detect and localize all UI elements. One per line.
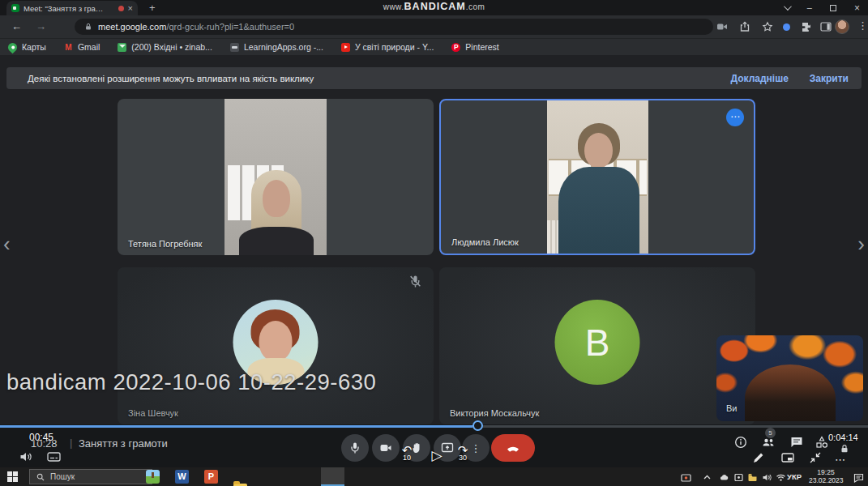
host-controls-lock-icon[interactable]: [840, 442, 849, 452]
divider: |: [70, 437, 72, 449]
meet-favicon-icon: [11, 4, 19, 12]
chat-icon[interactable]: [790, 436, 803, 449]
share-icon[interactable]: [739, 21, 750, 32]
browser-menu-icon[interactable]: ⋮: [857, 19, 868, 32]
extension-dot-icon[interactable]: [783, 23, 790, 31]
tab-title: Meet: "Заняття з грамоти": [24, 4, 108, 13]
player-duration: 0:04:14: [828, 433, 858, 442]
tray-explorer-icon[interactable]: [747, 471, 758, 482]
self-label: Ви: [726, 403, 737, 413]
rewind-10-button[interactable]: ↶10: [396, 446, 417, 462]
close-banner-link[interactable]: Закрити: [810, 73, 849, 84]
end-call-button[interactable]: [491, 434, 535, 462]
forward-30-button[interactable]: ↷30: [452, 446, 473, 462]
exit-fullscreen-icon[interactable]: [809, 451, 822, 464]
player-more-icon[interactable]: ⋯: [835, 454, 848, 467]
tab-close-icon[interactable]: ×: [128, 4, 133, 13]
maps-pin-icon: [6, 40, 19, 53]
participant-count-badge: 5: [765, 428, 776, 438]
bookmark-maps[interactable]: Карты: [8, 42, 46, 52]
bookmark-pinterest[interactable]: PPinterest: [451, 42, 498, 52]
forward-button[interactable]: →: [36, 20, 46, 32]
window-controls: – ×: [784, 0, 860, 15]
taskbar-clock[interactable]: 19:25 23.02.2023: [809, 468, 843, 484]
participant-tile-3[interactable]: Зіна Шевчук: [118, 267, 434, 424]
avatar-letter: B: [585, 321, 610, 364]
tray-bandicam-icon[interactable]: [681, 471, 691, 482]
tray-chevron-up-icon[interactable]: [702, 471, 712, 482]
active-app-highlight: [321, 467, 344, 486]
participant-tile-2-active-speaker[interactable]: ⋯ Людмила Лисюк: [439, 99, 755, 255]
meeting-details-icon[interactable]: [734, 436, 747, 449]
start-button[interactable]: [7, 471, 18, 482]
bookmark-gmail[interactable]: MGmail: [64, 42, 100, 52]
participant-tile-4[interactable]: B Виктория Москальчук: [439, 267, 755, 424]
participant-name: Тетяна Погребняк: [128, 239, 202, 249]
page-next-chevron-icon[interactable]: ›: [857, 232, 865, 257]
play-button[interactable]: ▷: [428, 447, 446, 464]
search-icon: [36, 473, 45, 481]
tray-volume-icon[interactable]: [762, 471, 772, 482]
tray-network-icon[interactable]: [776, 471, 786, 482]
player-playhead[interactable]: [472, 420, 483, 431]
participant-tile-1[interactable]: Тетяна Погребняк: [118, 99, 434, 255]
self-view-tile[interactable]: Ви: [716, 335, 863, 421]
back-button[interactable]: ←: [11, 20, 22, 32]
learningapps-icon: [230, 43, 239, 52]
pinterest-icon: P: [451, 43, 460, 52]
camera-permission-icon[interactable]: [716, 21, 728, 32]
address-bar[interactable]: meet.google.com/qrd-gcuk-ruh?pli=1&authu…: [75, 19, 713, 35]
tab-search-chevron-icon[interactable]: [784, 2, 792, 11]
new-tab-button[interactable]: +: [149, 2, 156, 14]
taskbar-app-word[interactable]: W: [175, 470, 189, 484]
bookmark-star-icon[interactable]: [762, 21, 773, 32]
recording-dot-icon: [118, 6, 124, 11]
player-volume-icon[interactable]: [19, 451, 33, 463]
bookmarks-bar: Карты MGmail (200) Вхідні • zinab... Lea…: [0, 38, 868, 55]
page-prev-chevron-icon[interactable]: ‹: [3, 232, 11, 257]
envelope-icon: [118, 43, 126, 52]
extensions-puzzle-icon[interactable]: [801, 21, 812, 32]
taskbar-search-input[interactable]: Пошук: [29, 469, 152, 484]
profile-avatar[interactable]: [835, 19, 849, 34]
tray-device-icon[interactable]: [733, 471, 744, 482]
bookmark-youtube[interactable]: У світі природи - Y...: [341, 42, 434, 52]
screen: www.BANDICAM.com Meet: "Заняття з грамот…: [0, 0, 868, 486]
windows-taskbar: Пошук W P УКР 19:25: [0, 467, 868, 486]
bookmark-learningapps[interactable]: LearningApps.org -...: [230, 42, 323, 52]
taskbar-app-game[interactable]: [146, 470, 160, 484]
taskbar-app-powerpoint[interactable]: P: [204, 470, 218, 484]
bookmark-inbox[interactable]: (200) Вхідні • zinab...: [118, 42, 212, 52]
tile-options-icon[interactable]: ⋯: [726, 109, 744, 126]
gmail-icon: M: [64, 43, 73, 52]
participant-video: [547, 100, 648, 254]
participant-avatar: [233, 300, 319, 385]
window-minimize-button[interactable]: –: [807, 3, 812, 12]
participant-name: Зіна Шевчук: [128, 408, 178, 418]
window-close-button[interactable]: ×: [854, 3, 860, 13]
browser-tab-strip: www.BANDICAM.com Meet: "Заняття з грамот…: [0, 0, 868, 15]
browser-tab[interactable]: Meet: "Заняття з грамоти" ×: [6, 1, 138, 15]
participant-video: [224, 99, 327, 255]
mic-button[interactable]: [341, 434, 369, 462]
activities-icon[interactable]: [815, 436, 828, 449]
action-center-icon[interactable]: [853, 471, 864, 482]
youtube-icon: [341, 43, 350, 52]
lock-icon: [84, 23, 92, 31]
tray-onedrive-icon[interactable]: [719, 471, 729, 482]
participant-avatar: B: [555, 300, 640, 385]
side-panel-icon[interactable]: [820, 21, 832, 32]
ink-annotation-icon[interactable]: [752, 451, 765, 464]
details-link[interactable]: Докладніше: [730, 73, 788, 84]
language-indicator[interactable]: УКР: [787, 472, 802, 481]
player-subtitles-icon[interactable]: [47, 451, 61, 463]
window-maximize-button[interactable]: [830, 5, 836, 11]
url-text: meet.google.com/qrd-gcuk-ruh?pli=1&authu…: [98, 22, 294, 32]
player-current-time: 00:45: [29, 432, 53, 443]
taskbar-time: 19:25: [809, 468, 843, 476]
participant-name: Виктория Москальчук: [450, 408, 539, 418]
extensions-warning-banner: Деякі встановлені розширення можуть впли…: [6, 67, 862, 89]
mini-player-icon[interactable]: [781, 451, 794, 464]
camera-button[interactable]: [372, 434, 400, 462]
player-progress-bar[interactable]: [0, 425, 868, 428]
